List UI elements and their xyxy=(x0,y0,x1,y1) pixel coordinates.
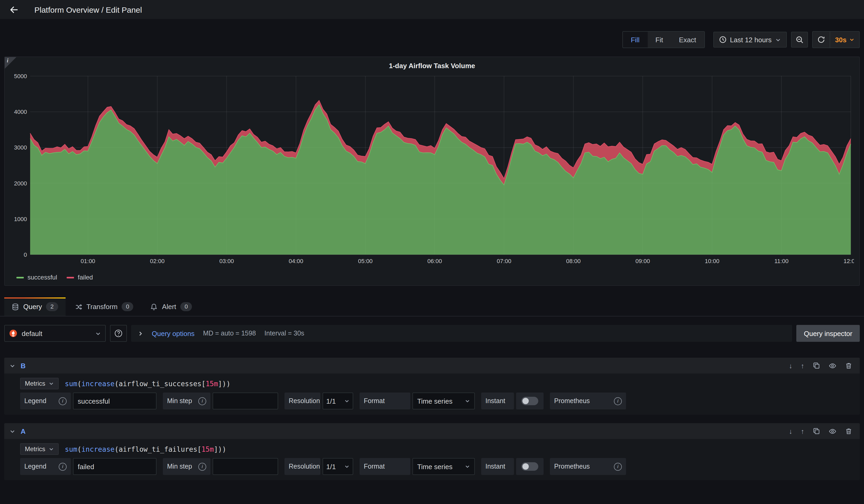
interval-text: Interval = 30s xyxy=(264,330,304,337)
instant-toggle[interactable] xyxy=(521,462,538,471)
view-mode-exact-button[interactable]: Exact xyxy=(671,32,704,48)
chevron-down-icon xyxy=(776,37,781,42)
legend-input[interactable] xyxy=(73,393,156,409)
info-icon[interactable]: i xyxy=(59,397,67,405)
prometheus-icon xyxy=(9,329,17,337)
back-button[interactable] xyxy=(8,3,21,16)
query-collapse-toggle[interactable]: B xyxy=(10,361,26,370)
panel-info-corner[interactable]: i xyxy=(5,57,16,69)
chart-panel: i 1-day Airflow Task Volume 010002000300… xyxy=(4,57,860,286)
tab-alert[interactable]: Alert 0 xyxy=(143,297,200,316)
query-collapse-toggle[interactable]: A xyxy=(10,427,26,435)
query-row-a: A ↓ ↑ Metrics sum(increase(airflow_ti_fa… xyxy=(4,423,860,480)
view-mode-fill-button[interactable]: Fill xyxy=(623,32,647,48)
question-circle-icon xyxy=(114,329,123,337)
query-actions: ↓ ↑ xyxy=(789,361,854,370)
toggle-query-visibility-icon[interactable] xyxy=(829,361,837,370)
tab-transform[interactable]: Transform 0 xyxy=(68,297,141,316)
query-editor: Metrics sum(increase(airflow_ti_successe… xyxy=(4,373,860,393)
chart-area: 01000200030004000500001:0002:0003:0004:0… xyxy=(10,73,854,266)
move-query-up-icon[interactable]: ↑ xyxy=(801,361,804,370)
chart-legend: successful failed xyxy=(16,274,93,281)
view-mode-fit-button[interactable]: Fit xyxy=(647,32,671,48)
format-label: Format xyxy=(360,458,410,475)
resolution-label: Resolution xyxy=(285,458,321,475)
info-icon[interactable]: i xyxy=(59,463,67,470)
move-query-down-icon[interactable]: ↓ xyxy=(789,361,792,370)
tab-query[interactable]: Query 2 xyxy=(4,297,65,316)
tab-count-badge: 0 xyxy=(122,302,133,311)
legend-item-failed[interactable]: failed xyxy=(67,274,93,281)
database-icon xyxy=(12,303,19,310)
query-row-header: A ↓ ↑ xyxy=(4,423,860,439)
instant-label: Instant xyxy=(481,458,514,475)
duplicate-query-icon[interactable] xyxy=(813,427,820,435)
arrow-left-icon xyxy=(9,4,20,15)
move-query-up-icon[interactable]: ↑ xyxy=(801,427,804,435)
refresh-group: 30s xyxy=(813,31,860,48)
legend-label: Legendi xyxy=(20,393,71,409)
info-icon[interactable]: i xyxy=(198,397,206,405)
chevron-down-icon xyxy=(344,398,349,404)
datasource-help-button[interactable] xyxy=(110,325,127,342)
remove-query-icon[interactable] xyxy=(845,427,852,435)
datasource-label: Prometheusi xyxy=(550,458,626,475)
top-nav-bar: Platform Overview / Edit Panel xyxy=(0,0,864,19)
remove-query-icon[interactable] xyxy=(845,362,852,369)
query-options-bar[interactable]: Query options MD = auto = 1598 Interval … xyxy=(131,325,792,342)
chevron-down-icon xyxy=(48,446,54,452)
zoom-out-button[interactable] xyxy=(791,32,808,48)
tab-label: Transform xyxy=(86,303,118,311)
legend-label: failed xyxy=(78,274,93,281)
move-query-down-icon[interactable]: ↓ xyxy=(789,427,792,435)
metrics-dropdown[interactable]: Metrics xyxy=(20,443,58,455)
legend-item-successful[interactable]: successful xyxy=(16,274,57,281)
metrics-dropdown[interactable]: Metrics xyxy=(20,378,58,389)
chevron-down-icon xyxy=(465,398,470,404)
metrics-dropdown-label: Metrics xyxy=(25,445,45,453)
clock-icon xyxy=(719,36,726,43)
svg-text:06:00: 06:00 xyxy=(428,258,442,265)
refresh-interval-label: 30s xyxy=(835,36,847,44)
editor-tabs: Query 2 Transform 0 Alert 0 xyxy=(0,297,864,317)
datasource-row: default Query options MD = auto = 1598 I… xyxy=(4,325,860,342)
time-range-label: Last 12 hours xyxy=(730,36,772,44)
query-options-label: Query options xyxy=(152,329,195,337)
format-select[interactable]: Time series xyxy=(412,393,475,409)
refresh-icon xyxy=(818,36,825,43)
min-step-input[interactable] xyxy=(213,393,278,409)
query-editor: Metrics sum(increase(airflow_ti_failures… xyxy=(4,439,860,458)
svg-text:05:00: 05:00 xyxy=(358,258,372,265)
toggle-query-visibility-icon[interactable] xyxy=(829,427,837,435)
format-select[interactable]: Time series xyxy=(412,458,475,475)
instant-toggle[interactable] xyxy=(521,397,538,405)
chevron-down-icon xyxy=(10,428,15,434)
refresh-button[interactable] xyxy=(813,32,830,48)
promql-expression[interactable]: sum(increase(airflow_ti_successes[15m])) xyxy=(65,380,230,388)
time-range-picker[interactable]: Last 12 hours xyxy=(713,32,787,48)
legend-label: successful xyxy=(27,274,57,281)
datasource-label: Prometheusi xyxy=(550,393,626,409)
time-series-chart[interactable]: 01000200030004000500001:0002:0003:0004:0… xyxy=(10,73,854,266)
info-icon[interactable]: i xyxy=(614,463,622,470)
resolution-select[interactable]: 1/1 xyxy=(323,458,353,475)
svg-text:5000: 5000 xyxy=(14,73,27,79)
query-inspector-button[interactable]: Query inspector xyxy=(796,325,860,342)
query-actions: ↓ ↑ xyxy=(789,427,854,435)
svg-text:03:00: 03:00 xyxy=(219,258,234,265)
svg-text:11:00: 11:00 xyxy=(775,258,788,265)
datasource-picker[interactable]: default xyxy=(4,325,106,342)
legend-swatch-successful xyxy=(16,276,24,278)
info-icon[interactable]: i xyxy=(198,463,206,470)
min-step-input[interactable] xyxy=(213,458,278,475)
legend-input[interactable] xyxy=(73,458,156,475)
duplicate-query-icon[interactable] xyxy=(813,362,820,369)
promql-expression[interactable]: sum(increase(airflow_ti_failures[15m])) xyxy=(65,445,226,453)
chevron-down-icon xyxy=(95,330,101,336)
refresh-interval-dropdown[interactable]: 30s xyxy=(830,32,859,48)
resolution-select[interactable]: 1/1 xyxy=(323,393,353,409)
query-row-header: B ↓ ↑ xyxy=(4,358,860,373)
query-row-b: B ↓ ↑ Metrics sum(increase(airflow_ti_su… xyxy=(4,358,860,415)
svg-text:04:00: 04:00 xyxy=(289,258,303,265)
info-icon[interactable]: i xyxy=(614,397,622,405)
